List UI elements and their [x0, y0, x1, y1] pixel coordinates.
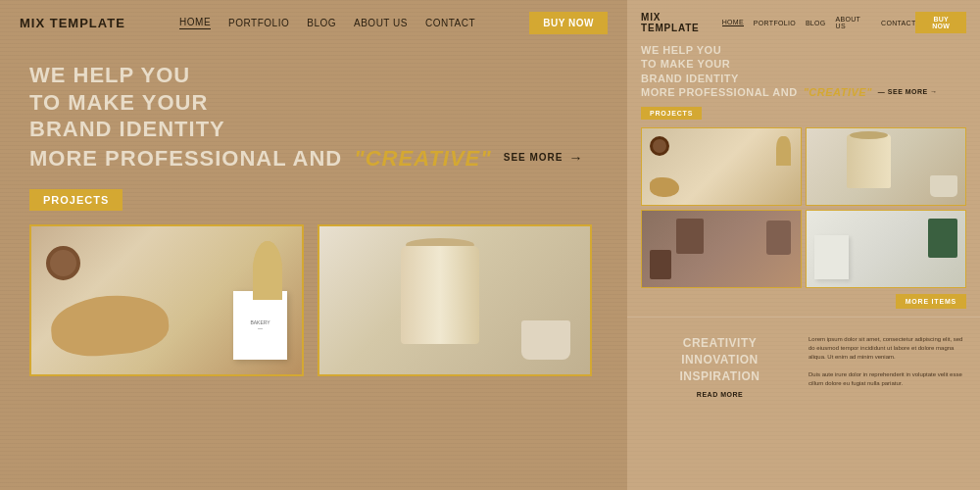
more-items-button[interactable]: MORE ITEMS: [896, 294, 966, 309]
left-panel: MIX TEMPLATE HOME PORTFOLIO BLOG ABOUT U…: [0, 0, 627, 490]
tea-cup-decoration: [521, 320, 570, 360]
site-title-right: MIX TEMPLATE: [641, 12, 722, 33]
wheat-r: [776, 136, 791, 166]
hero-r-line1: WE HELP YOU: [641, 43, 966, 57]
hero-line-1: WE HELP YOU: [29, 62, 608, 89]
card-label-decoration: BAKERY—: [233, 291, 287, 360]
project-image-1[interactable]: BAKERY—: [29, 224, 304, 376]
r-project-3[interactable]: [641, 210, 802, 288]
project-image-2[interactable]: [318, 224, 592, 376]
see-more-link[interactable]: SEE MORE →: [504, 150, 584, 168]
cup-r: [930, 175, 957, 197]
creativity-block: CREATIVITY INNOVATION INSPIRATION READ M…: [641, 335, 799, 397]
header-right: MIX TEMPLATE HOME PORTFOLIO BLOG ABOUT U…: [627, 0, 980, 33]
site-title-left: MIX TEMPLATE: [20, 16, 125, 30]
r-project-4[interactable]: [806, 210, 966, 288]
cylinder-decoration: [401, 246, 479, 344]
nav-r-portfolio[interactable]: PORTFOLIO: [754, 20, 796, 26]
r-project-2[interactable]: [806, 127, 966, 206]
hero-text-right: WE HELP YOU TO MAKE YOUR BRAND IDENTITY …: [627, 33, 980, 99]
buy-now-button-right[interactable]: BUY NOW: [915, 12, 966, 33]
creativity-line-2: INNOVATION: [641, 352, 799, 368]
right-projects-grid: [627, 127, 980, 288]
body-text-2: Duis aute irure dolor in reprehenderit i…: [808, 370, 966, 388]
see-more-right[interactable]: — SEE MORE →: [878, 87, 938, 96]
book-r: [814, 235, 849, 279]
nav-r-home[interactable]: HOME: [722, 19, 744, 26]
divider: [627, 317, 980, 318]
hero-text-left: WE HELP YOU TO MAKE YOUR BRAND IDENTITY …: [0, 34, 627, 172]
hero-r-more-professional: MORE PROFESSIONAL AND: [641, 85, 798, 99]
nav-contact[interactable]: CONTACT: [425, 18, 475, 28]
more-items-row: MORE ITEMS: [627, 288, 980, 309]
bottom-section-right: CREATIVITY INNOVATION INSPIRATION READ M…: [627, 325, 980, 397]
nav-blog[interactable]: BLOG: [307, 18, 336, 28]
box-r: [676, 219, 704, 254]
projects-grid-left: BAKERY—: [0, 224, 627, 376]
hero-r-line3: BRAND IDENTITY: [641, 72, 966, 85]
project-img-placeholder-2: [319, 226, 590, 374]
spool-decoration: [46, 246, 80, 280]
nav-r-blog[interactable]: BLOG: [806, 20, 826, 26]
see-more-label: SEE MORE: [504, 152, 564, 165]
nav-r-contact[interactable]: CONTACT: [881, 20, 915, 26]
r-project-1[interactable]: [641, 127, 802, 206]
hero-line-4: MORE PROFESSIONAL AND "CREATIVE" SEE MOR…: [29, 145, 608, 172]
hero-line-3: BRAND IDENTITY: [29, 116, 608, 143]
nav-about[interactable]: ABOUT US: [354, 18, 408, 28]
bottle-r: [650, 250, 671, 279]
arrow-icon: →: [569, 150, 584, 168]
jar-r: [847, 134, 891, 188]
creativity-line-3: INSPIRATION: [641, 368, 799, 385]
hero-r-line2: TO MAKE YOUR: [641, 57, 966, 71]
hero-creative: "CREATIVE": [354, 145, 491, 172]
body-text-block: Lorem ipsum dolor sit amet, consectetur …: [808, 335, 966, 397]
creativity-line-1: CREATIVITY: [641, 335, 799, 352]
hero-more-professional: MORE PROFESSIONAL AND: [29, 145, 342, 172]
hero-r-creative: "CREATIVE": [804, 85, 872, 99]
hero-r-line4: MORE PROFESSIONAL AND "CREATIVE" — SEE M…: [641, 85, 966, 99]
body-text-1: Lorem ipsum dolor sit amet, consectetur …: [808, 335, 966, 362]
header-left: MIX TEMPLATE HOME PORTFOLIO BLOG ABOUT U…: [0, 0, 627, 34]
hero-line-2: TO MAKE YOUR: [29, 89, 608, 117]
project-img-placeholder-1: BAKERY—: [31, 226, 302, 374]
nav-r-about[interactable]: ABOUT US: [836, 16, 872, 29]
projects-label-left: PROJECTS: [29, 189, 122, 211]
nav-home[interactable]: HOME: [179, 17, 211, 29]
right-panel: MIX TEMPLATE HOME PORTFOLIO BLOG ABOUT U…: [627, 0, 980, 490]
projects-label-right: PROJECTS: [641, 107, 702, 120]
read-more-link[interactable]: READ MORE: [641, 391, 799, 398]
nav-right: HOME PORTFOLIO BLOG ABOUT US CONTACT: [722, 16, 916, 29]
buy-now-button[interactable]: BUY NOW: [529, 12, 608, 34]
spool-r: [650, 136, 669, 156]
nav-left: HOME PORTFOLIO BLOG ABOUT US CONTACT: [179, 17, 475, 29]
nav-portfolio[interactable]: PORTFOLIO: [228, 18, 289, 28]
